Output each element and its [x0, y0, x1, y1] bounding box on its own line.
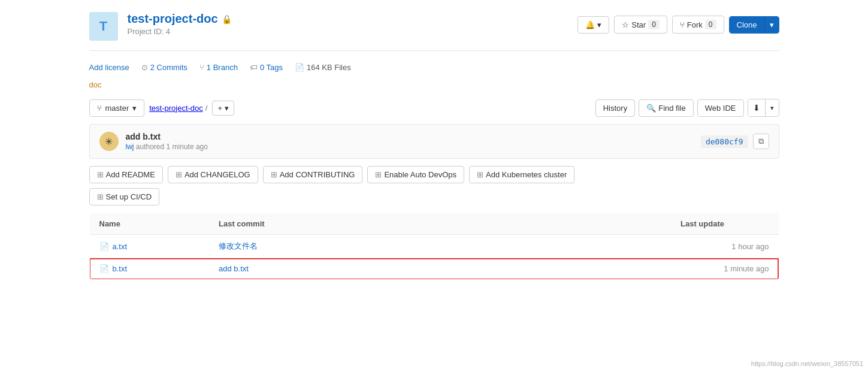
fork-icon: ⑂: [680, 20, 685, 29]
project-avatar: T: [89, 12, 118, 41]
setup-actions: ⊞ Set up CI/CD: [89, 188, 779, 205]
breadcrumb-separator: /: [205, 104, 208, 113]
col-header-name: Name: [89, 213, 209, 235]
plus-icon-6: ⊞: [97, 192, 104, 201]
col-header-commit: Last commit: [209, 213, 671, 235]
plus-icon-2: ⊞: [176, 170, 182, 179]
setup-cicd-button[interactable]: ⊞ Set up CI/CD: [89, 188, 160, 205]
file-commit-cell: 修改文件名: [209, 235, 671, 258]
project-header: T test-project-doc 🔒 Project ID: 4 🔔 ▾ ☆…: [89, 12, 779, 51]
notification-caret: ▾: [597, 20, 601, 29]
copy-icon: ⧉: [758, 137, 764, 146]
commit-right: de080cf9 ⧉: [701, 134, 769, 149]
plus-icon-4: ⊞: [375, 170, 382, 179]
enable-auto-devops-button[interactable]: ⊞ Enable Auto DevOps: [367, 166, 464, 183]
download-caret[interactable]: ▾: [766, 101, 779, 116]
plus-icon-3: ⊞: [271, 170, 277, 179]
web-ide-button[interactable]: Web IDE: [697, 99, 744, 117]
table-row: 📄a.txt修改文件名1 hour ago: [89, 235, 779, 258]
history-button[interactable]: History: [595, 99, 635, 117]
copy-hash-button[interactable]: ⧉: [753, 134, 769, 149]
file-icon: 📄: [99, 242, 109, 251]
add-kubernetes-button[interactable]: ⊞ Add Kubernetes cluster: [469, 166, 574, 183]
add-license-link[interactable]: Add license: [89, 63, 129, 72]
tag-icon: 🏷: [250, 63, 258, 72]
commit-bar: ✳ add b.txt lwj authored 1 minute ago de…: [89, 124, 779, 159]
toolbar-left: ⑂ master ▾ test-project-doc / + ▾: [89, 99, 235, 117]
commit-avatar: ✳: [99, 132, 119, 151]
file-name-link[interactable]: 📄a.txt: [99, 242, 128, 251]
commit-author-link[interactable]: lwj: [126, 143, 134, 151]
path-caret-icon: ▾: [225, 104, 229, 113]
notification-button[interactable]: 🔔 ▾: [577, 16, 609, 34]
star-icon: ☆: [622, 20, 629, 29]
file-commit-cell: add b.txt: [209, 258, 671, 280]
fork-count: 0: [705, 20, 716, 29]
commits-link[interactable]: 2 Commits: [150, 63, 187, 72]
notification-icon: 🔔: [585, 20, 595, 29]
branch-icon: ⑂: [199, 63, 204, 72]
download-button-group: ⬇ ▾: [748, 99, 779, 117]
fork-button[interactable]: ⑂ Fork 0: [672, 16, 724, 34]
breadcrumb-root[interactable]: test-project-doc: [149, 104, 203, 113]
quick-actions: ⊞ Add README ⊞ Add CHANGELOG ⊞ Add CONTR…: [89, 166, 779, 183]
tags-link[interactable]: 0 Tags: [260, 63, 283, 72]
header-actions: 🔔 ▾ ☆ Star 0 ⑂ Fork 0 Clone ▾: [577, 16, 779, 34]
lock-icon: 🔒: [222, 14, 232, 24]
download-icon[interactable]: ⬇: [748, 99, 766, 116]
breadcrumb: test-project-doc /: [149, 104, 207, 113]
file-commit-link[interactable]: 修改文件名: [219, 241, 258, 250]
branch-icon: ⑂: [97, 104, 102, 113]
clone-button[interactable]: Clone: [730, 17, 765, 33]
branch-name: master: [105, 104, 129, 113]
files-label: 164 KB Files: [307, 63, 351, 72]
project-id: Project ID: 4: [128, 27, 232, 36]
file-update-cell: 1 hour ago: [671, 235, 779, 258]
commits-meta: ⊙ 2 Commits: [141, 63, 187, 72]
commit-hash[interactable]: de080cf9: [701, 135, 748, 148]
add-changelog-button[interactable]: ⊞ Add CHANGELOG: [168, 166, 258, 183]
branch-link[interactable]: 1 Branch: [207, 63, 238, 72]
commit-meta: lwj authored 1 minute ago: [126, 143, 208, 151]
branch-dropdown[interactable]: ⑂ master ▾: [89, 99, 145, 117]
commit-message: add b.txt: [126, 132, 208, 141]
project-details: test-project-doc 🔒 Project ID: 4: [128, 12, 232, 36]
find-file-button[interactable]: 🔍 Find file: [639, 99, 694, 117]
project-title: test-project-doc 🔒: [128, 12, 232, 26]
plus-icon: ⊞: [97, 170, 104, 179]
clone-button-group: Clone ▾: [729, 16, 779, 34]
files-icon: 📄: [295, 63, 304, 72]
project-name: test-project-doc: [128, 12, 218, 26]
file-commit-link[interactable]: add b.txt: [219, 264, 249, 273]
col-header-update: Last update: [671, 213, 779, 235]
path-add-button[interactable]: + ▾: [212, 101, 234, 116]
commits-icon: ⊙: [141, 63, 148, 72]
tags-meta: 🏷 0 Tags: [250, 63, 283, 72]
branch-caret-icon: ▾: [132, 104, 137, 113]
search-icon: 🔍: [646, 104, 656, 113]
branch-meta: ⑂ 1 Branch: [199, 63, 238, 72]
star-count: 0: [648, 20, 660, 29]
project-info: T test-project-doc 🔒 Project ID: 4: [89, 12, 232, 41]
file-name-link[interactable]: 📄b.txt: [99, 264, 128, 273]
file-update-cell: 1 minute ago: [671, 258, 779, 280]
file-icon: 📄: [99, 264, 109, 273]
file-name-cell: 📄b.txt: [89, 258, 209, 280]
repo-toolbar: ⑂ master ▾ test-project-doc / + ▾ Histor…: [89, 99, 779, 117]
star-button[interactable]: ☆ Star 0: [614, 16, 667, 34]
toolbar-right: History 🔍 Find file Web IDE ⬇ ▾: [595, 99, 779, 117]
table-row: 📄b.txtadd b.txt1 minute ago: [89, 258, 779, 280]
file-name-cell: 📄a.txt: [89, 235, 209, 258]
add-readme-button[interactable]: ⊞ Add README: [89, 166, 163, 183]
files-meta: 📄 164 KB Files: [295, 63, 351, 72]
commit-details: add b.txt lwj authored 1 minute ago: [126, 132, 208, 151]
clone-dropdown-caret[interactable]: ▾: [765, 17, 779, 33]
add-contributing-button[interactable]: ⊞ Add CONTRIBUTING: [263, 166, 363, 183]
project-description: doc: [89, 77, 779, 99]
plus-icon-5: ⊞: [477, 170, 483, 179]
meta-bar: Add license ⊙ 2 Commits ⑂ 1 Branch 🏷 0 T…: [89, 58, 779, 77]
file-table: Name Last commit Last update 📄a.txt修改文件名…: [89, 213, 779, 280]
commit-left: ✳ add b.txt lwj authored 1 minute ago: [99, 132, 208, 151]
